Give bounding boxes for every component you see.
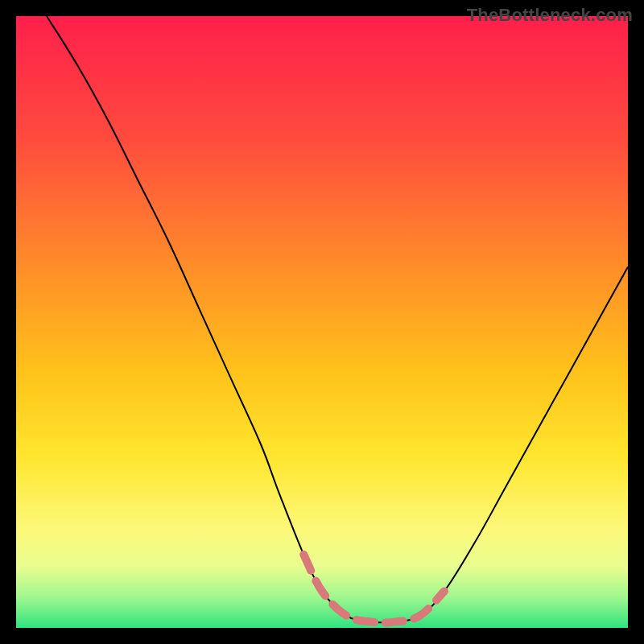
gradient-background xyxy=(16,16,628,628)
watermark-text: TheBottleneck.com xyxy=(467,5,633,26)
chart-svg xyxy=(16,16,628,628)
chart-frame: TheBottleneck.com xyxy=(0,0,644,644)
plot-area xyxy=(16,16,628,628)
